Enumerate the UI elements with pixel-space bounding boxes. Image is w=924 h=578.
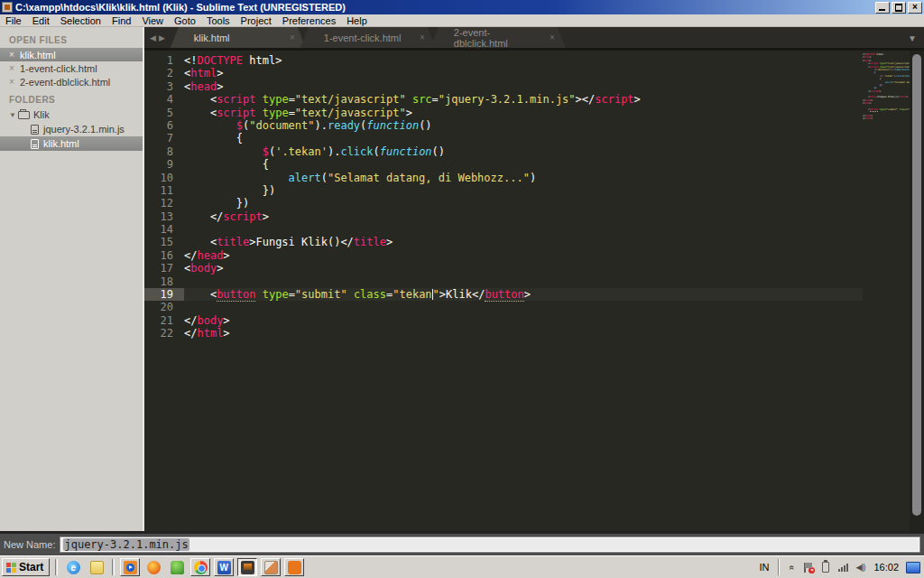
title-bar: C:\xampp\htdocs\Klik\klik.html (Klik) - … — [0, 0, 924, 14]
code-line-19: <button type="submit" class="tekan">Klik… — [863, 108, 910, 111]
tab-close-icon[interactable]: × — [420, 33, 425, 42]
tree-file-klik.html[interactable]: klik.html — [0, 136, 143, 151]
sidebar: OPEN FILES ×klik.html×1-event-click.html… — [0, 27, 144, 531]
line-number: 12 — [144, 197, 184, 210]
close-button[interactable]: × — [908, 2, 922, 14]
network-monitor-icon[interactable] — [906, 562, 920, 573]
quicklaunch-separator — [112, 559, 115, 575]
chrome-icon[interactable] — [190, 558, 210, 576]
open-file-klik.html[interactable]: ×klik.html — [0, 48, 143, 61]
menu-edit[interactable]: Edit — [27, 15, 55, 26]
selected-input-text: jquery-3.2.1.min.js — [63, 538, 189, 551]
scrollbar[interactable] — [910, 51, 924, 531]
tab-2-event-dblclick.html[interactable]: 2-event-dblclick.html× — [430, 27, 566, 48]
menu-file[interactable]: File — [0, 15, 27, 26]
code-line-22: </html> — [863, 117, 910, 120]
xampp-icon[interactable] — [284, 558, 304, 576]
taskbar-clock: 16:02 — [872, 562, 901, 573]
folders-header: FOLDERS — [0, 92, 143, 107]
code-line-4: <script type="text/javascript" src="jque… — [184, 93, 863, 106]
code-line-10: alert("Selamat datang, di Webhozz...") — [184, 172, 863, 184]
tab-scroll-left-icon[interactable]: ◀ — [150, 33, 156, 42]
taskbar: Start eW IN «×◀)) 16:02 — [0, 555, 924, 578]
line-number: 1 — [144, 54, 184, 67]
menu-bar: FileEditSelectionFindViewGotoToolsProjec… — [0, 14, 924, 27]
folder-row-klik[interactable]: ▼ Klik — [0, 107, 143, 122]
open-file-2-event-dblclick.html[interactable]: ×2-event-dblclick.html — [0, 75, 143, 89]
close-file-icon[interactable]: × — [9, 50, 20, 60]
tab-close-icon[interactable]: × — [290, 33, 295, 42]
close-file-icon[interactable]: × — [9, 63, 20, 73]
green-app-icon[interactable] — [167, 558, 187, 576]
code-line-20 — [184, 301, 863, 313]
line-number: 3 — [144, 80, 184, 93]
line-number: 22 — [144, 327, 184, 340]
code-line-15: <title>Fungsi Klik()</title> — [184, 236, 863, 248]
firefox-icon[interactable] — [143, 558, 163, 576]
line-number: 9 — [144, 158, 184, 171]
language-indicator[interactable]: IN — [755, 562, 772, 573]
signal-tray-icon[interactable] — [836, 561, 849, 573]
menu-find[interactable]: Find — [106, 15, 136, 26]
line-number: 15 — [144, 236, 184, 248]
line-number: 17 — [144, 262, 184, 275]
code-line-2: <html> — [184, 67, 863, 79]
tree-file-jquery-3.2.1.min.js[interactable]: jquery-3.2.1.min.js — [0, 122, 143, 136]
menu-view[interactable]: View — [136, 15, 169, 26]
code-line-9: { — [184, 158, 863, 171]
code-line-3: <head> — [184, 80, 863, 93]
tab-overflow-icon[interactable]: ▼ — [908, 33, 917, 43]
start-button[interactable]: Start — [2, 558, 50, 576]
windows-logo-icon — [6, 563, 16, 573]
menu-preferences[interactable]: Preferences — [277, 15, 341, 26]
window-title: C:\xampp\htdocs\Klik\klik.html (Klik) - … — [15, 2, 872, 13]
menu-help[interactable]: Help — [341, 15, 373, 26]
tab-scroll-right-icon[interactable]: ▶ — [159, 33, 165, 42]
code-line-12: }) — [184, 197, 863, 210]
word-icon[interactable]: W — [214, 558, 234, 576]
open-files-header: OPEN FILES — [0, 33, 143, 48]
menu-project[interactable]: Project — [236, 15, 277, 26]
code-area[interactable]: <!DOCTYPE html><html><head> <script type… — [184, 51, 863, 531]
code-line-22: </html> — [184, 327, 863, 340]
open-file-1-event-click.html[interactable]: ×1-event-click.html — [0, 61, 143, 75]
code-line-19: <button type="submit" class="tekan">Klik… — [184, 288, 863, 301]
battery-tray-icon[interactable] — [819, 561, 832, 573]
line-number: 18 — [144, 275, 184, 288]
tab-klik.html[interactable]: klik.html× — [171, 27, 306, 48]
internet-explorer-icon[interactable]: e — [63, 558, 83, 576]
scrollbar-thumb[interactable] — [912, 54, 921, 516]
chevron-tray-icon[interactable]: « — [785, 561, 798, 573]
tab-1-event-click.html[interactable]: 1-event-click.html× — [300, 27, 436, 48]
file-icon — [31, 139, 39, 149]
code-line-21: </body> — [184, 314, 863, 327]
code-line-1: <!DOCTYPE html> — [184, 54, 863, 67]
tray-separator — [778, 559, 780, 575]
code-line-18 — [184, 275, 863, 288]
code-editor[interactable]: 12345678910111213141516171819202122 <!DO… — [144, 51, 924, 531]
expand-triangle-icon[interactable]: ▼ — [7, 111, 18, 119]
close-file-icon[interactable]: × — [9, 77, 20, 87]
menu-selection[interactable]: Selection — [55, 15, 106, 26]
paint-icon[interactable] — [261, 558, 281, 576]
rename-panel-label: New Name: — [4, 539, 55, 550]
line-number: 16 — [144, 249, 184, 262]
line-number: 19 — [144, 288, 184, 301]
file-explorer-icon[interactable] — [87, 558, 106, 576]
line-number: 2 — [144, 67, 184, 79]
new-name-input[interactable]: jquery-3.2.1.min.js — [60, 536, 920, 553]
tab-close-icon[interactable]: × — [550, 33, 555, 42]
app-icon — [2, 2, 13, 13]
minimap[interactable]: <!DOCTYPE html><html><head> <script type… — [863, 51, 910, 531]
code-line-17: <body> — [184, 262, 863, 275]
media-player-icon[interactable] — [120, 558, 140, 576]
menu-goto[interactable]: Goto — [169, 15, 201, 26]
speaker-tray-icon[interactable]: ◀)) — [854, 561, 866, 573]
flag-tray-icon[interactable]: × — [802, 561, 815, 573]
restore-button[interactable] — [892, 2, 906, 14]
line-number: 7 — [144, 132, 184, 144]
line-number: 20 — [144, 301, 184, 313]
minimize-button[interactable] — [875, 2, 890, 14]
sublime-text-taskbar-button[interactable] — [237, 558, 257, 576]
menu-tools[interactable]: Tools — [201, 15, 236, 26]
